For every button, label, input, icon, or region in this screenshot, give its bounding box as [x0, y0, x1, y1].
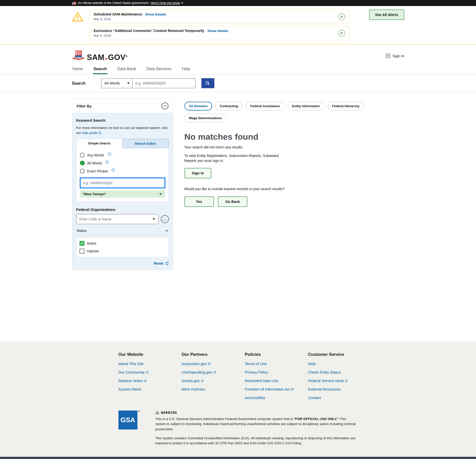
footer-col-title: Our Partners [182, 352, 245, 357]
alert-exclusions: Exclusions “Additional Comments” Content… [89, 26, 349, 40]
brand-sam: SAM [87, 53, 104, 62]
footer-link-restricted-data-use[interactable]: Restricted Data Use [245, 379, 308, 383]
federal-org-placeholder: Enter Code or Name [79, 217, 111, 221]
footer-link-our-community[interactable]: Our Community [118, 370, 182, 374]
close-icon[interactable]: ✕ [338, 13, 345, 20]
status-box: Active Inactive [76, 238, 169, 257]
gsa-logo: GSA ® [118, 411, 137, 430]
sign-in-button[interactable]: Sign In [184, 168, 211, 178]
inactive-records-question: Would you like to include inactive recor… [184, 187, 404, 191]
footer-link-terms-of-use[interactable]: Terms of Use [245, 362, 308, 366]
footer-link-federal-service-desk[interactable]: Federal Service Desk [308, 379, 371, 383]
nav-search[interactable]: Search [93, 64, 107, 74]
results-area: All Domains Contracting Federal Assistan… [184, 99, 404, 207]
info-icon[interactable] [108, 152, 111, 156]
brand-gov: GOV [108, 53, 125, 62]
alert-date: Mar 9, 2026 [94, 17, 334, 21]
keyword-search-title: Keyword Search [76, 118, 169, 122]
footer-link-privacy-policy[interactable]: Privacy Policy [245, 370, 308, 374]
radio-all-words[interactable] [80, 161, 85, 165]
reset-filters-link[interactable]: Reset [76, 261, 169, 265]
help-guide-link[interactable]: help guide [82, 130, 101, 135]
show-details-link[interactable]: Show Details [145, 12, 166, 16]
nav-home[interactable]: Home [72, 64, 84, 74]
footer-link-accessibility[interactable]: Accessibility [245, 396, 308, 400]
footer-link-release-notes[interactable]: Release Notes [118, 379, 182, 383]
sam-logo[interactable]: SAM★GOV® [72, 50, 128, 61]
footer-link-check-entity-status[interactable]: Check Entity Status [308, 370, 371, 374]
nav-data-bank[interactable]: Data Bank [117, 64, 137, 74]
external-link-icon [98, 131, 101, 134]
footer-col-our-partners: Our Partners Acquisition.gov USASpending… [182, 352, 245, 404]
federal-organizations-title: Federal Organizations [76, 207, 169, 212]
external-link-icon [213, 371, 216, 374]
site-footer: Our Website About This Site Our Communit… [0, 342, 476, 457]
checkbox-inactive[interactable] [79, 249, 84, 254]
how-you-know-link[interactable]: Here’s how you know [150, 1, 183, 5]
pill-wage-determinations[interactable]: Wage Determinations [184, 114, 226, 122]
footer-link-acquisition-gov[interactable]: Acquisition.gov [182, 362, 245, 366]
warning-triangle-icon [72, 9, 89, 22]
footer-col-our-website: Our Website About This Site Our Communit… [118, 352, 182, 404]
minus-icon [163, 106, 166, 106]
footer-link-grants-gov[interactable]: Grants.gov [182, 379, 245, 383]
footer-link-contact[interactable]: Contact [308, 396, 371, 400]
keyword-input[interactable] [80, 178, 165, 188]
radio-exact-phrase[interactable] [80, 169, 85, 173]
see-all-alerts-button[interactable]: See All Alerts [369, 9, 404, 20]
footer-link-more-partners[interactable]: More Partners [182, 387, 245, 391]
tab-simple-search[interactable]: Simple Search [76, 139, 122, 148]
pill-entity-information[interactable]: Entity Information [288, 102, 324, 110]
radio-all-words-label: All Words [87, 161, 102, 165]
gov-banner-text: An official website of the United States… [78, 1, 149, 5]
footer-link-external-resources[interactable]: External Resources [308, 387, 371, 391]
footer-col-title: Policies [245, 352, 308, 357]
pill-federal-assistance[interactable]: Federal Assistance [246, 102, 284, 110]
warning-paragraph-2: This system contains Controlled Unclassi… [155, 436, 358, 446]
pill-all-domains[interactable]: All Domains [184, 102, 212, 110]
checkbox-active[interactable] [79, 241, 84, 246]
close-icon[interactable]: ✕ [338, 30, 345, 36]
search-input[interactable] [132, 78, 195, 88]
keyword-chip-label: "Wara Tamayo" [82, 192, 106, 196]
footer-link-system-alerts[interactable]: System Alerts [118, 387, 182, 391]
chevron-up-icon[interactable] [165, 230, 168, 232]
footer-link-usaspending-gov[interactable]: USASpending.gov [182, 370, 245, 374]
footer-link-about-this-site[interactable]: About This Site [118, 362, 182, 366]
search-button[interactable] [201, 78, 214, 88]
federal-org-select[interactable]: Enter Code or Name [76, 214, 158, 224]
go-back-button[interactable]: Go Back [218, 196, 248, 207]
info-icon[interactable] [105, 160, 109, 164]
info-icon[interactable] [111, 168, 115, 172]
pill-contracting[interactable]: Contracting [215, 102, 243, 110]
alert-title: Exclusions “Additional Comments” Content… [94, 29, 204, 33]
star-icon: ★ [104, 57, 108, 61]
refresh-icon [165, 262, 169, 265]
warning-block: WARNING This is a U.S. General Services … [155, 411, 358, 446]
yes-button[interactable]: Yes [184, 196, 214, 207]
radio-any-words-label: Any Words [87, 153, 104, 157]
filter-panel: Filter By Keyword Search For more inform… [72, 99, 173, 270]
checkbox-inactive-label: Inactive [87, 249, 99, 253]
more-options-button[interactable]: ... [161, 215, 169, 223]
chevron-down-icon [127, 82, 130, 84]
nav-help[interactable]: Help [181, 64, 191, 74]
collapse-filters-button[interactable] [161, 102, 168, 109]
footer-col-customer-service: Customer Service Help Check Entity Statu… [308, 352, 371, 404]
search-mode-select[interactable]: All Words [101, 78, 132, 88]
nav-data-services[interactable]: Data Services [146, 64, 172, 74]
footer-link-foia[interactable]: Freedom of Information Act [245, 387, 308, 391]
warning-title: WARNING [161, 411, 177, 415]
checkbox-active-label: Active [87, 241, 96, 245]
footer-link-help[interactable]: Help [308, 362, 371, 366]
tab-search-editor[interactable]: Search Editor [122, 139, 169, 148]
search-label: Search [72, 81, 86, 86]
remove-chip-icon[interactable]: ✕ [159, 192, 163, 196]
show-details-link[interactable]: Show Details [207, 29, 228, 33]
radio-any-words[interactable] [80, 153, 85, 157]
sign-in-link[interactable]: Sign In [386, 53, 404, 58]
pill-federal-hierarchy[interactable]: Federal Hierarchy [328, 102, 364, 110]
external-link-icon [291, 388, 294, 391]
external-link-icon [146, 371, 148, 374]
gov-banner: An official website of the United States… [0, 0, 476, 6]
